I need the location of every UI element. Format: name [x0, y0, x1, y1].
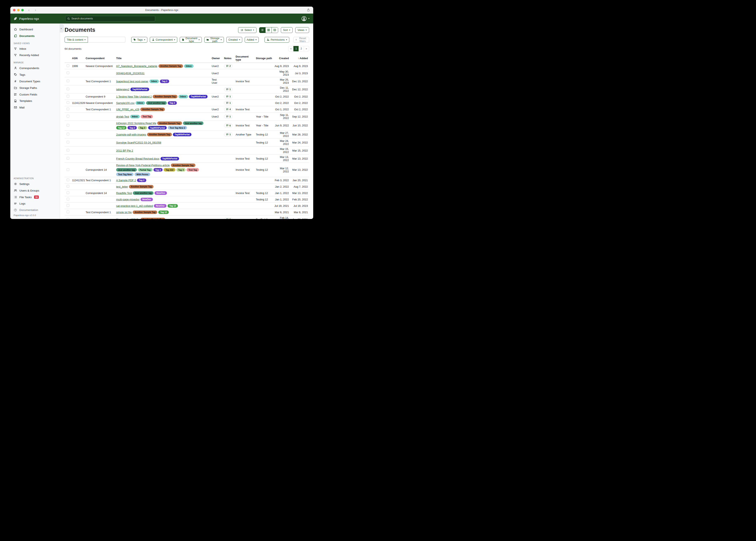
sidebar-item-storage-paths[interactable]: Storage Paths: [10, 85, 60, 91]
correspondent-cell[interactable]: Newest Correspondent: [85, 101, 115, 105]
tag-pill[interactable]: Another Sample Tag: [147, 133, 172, 136]
notes-badge[interactable]: 1: [224, 87, 233, 91]
row-checkbox[interactable]: [67, 124, 69, 127]
document-title-link[interactable]: multi-page-mixedxx: [116, 198, 139, 201]
sidebar-item-custom-fields[interactable]: Custom Fields: [10, 91, 60, 98]
tag-pill[interactable]: Another Sample Tag: [129, 185, 154, 189]
tag-pill[interactable]: Tag 2: [128, 126, 137, 130]
storage-path-cell[interactable]: Year - Title: [255, 124, 273, 127]
minimize-window-button[interactable]: [17, 9, 20, 11]
row-checkbox[interactable]: [67, 72, 69, 74]
sidebar-collapse-button[interactable]: «: [60, 24, 64, 32]
sidebar-item-templates[interactable]: Templates: [10, 98, 60, 104]
added-filter-button[interactable]: Added: [245, 37, 259, 43]
storage-path-filter-button[interactable]: Storage path: [204, 37, 224, 43]
tag-pill[interactable]: Partial Tag: [138, 168, 152, 172]
document-title-link[interactable]: tablerates2: [116, 88, 129, 91]
row-checkbox[interactable]: [67, 149, 69, 152]
tag-pill[interactable]: Another Sample Tag: [133, 211, 157, 214]
storage-path-cell[interactable]: Testing 12: [255, 133, 273, 136]
tag-pill[interactable]: Inbox: [149, 80, 159, 83]
header-notes[interactable]: Notes: [223, 57, 235, 60]
forward-icon[interactable]: ›: [34, 8, 37, 12]
tag-pill[interactable]: Tag 12: [116, 126, 126, 130]
view-grid-button[interactable]: [266, 27, 272, 33]
document-title-link[interactable]: 2sample-pdf-with-images: [116, 133, 146, 136]
row-checkbox[interactable]: [67, 133, 69, 136]
tag-pill[interactable]: Just another tag: [116, 168, 137, 172]
sidebar-item-logs[interactable]: Logs: [10, 201, 60, 207]
reset-filters-button[interactable]: × Reset filters: [293, 37, 309, 43]
tag-pill[interactable]: Tag 222: [164, 168, 175, 172]
document-title-link[interactable]: drylab Test: [116, 115, 129, 118]
document-type-cell[interactable]: Invoice Test: [235, 157, 255, 160]
storage-path-cell[interactable]: Testing 12: [255, 168, 273, 171]
created-filter-button[interactable]: Created: [226, 37, 242, 43]
tag-pill[interactable]: Tag 3: [138, 126, 147, 130]
tag-pill[interactable]: TagWithPartial: [130, 88, 149, 91]
sidebar-item-dashboard[interactable]: Dashboard: [10, 26, 60, 33]
sidebar-item-settings[interactable]: Settings: [10, 181, 60, 187]
storage-path-cell[interactable]: Testing 12: [255, 157, 273, 160]
correspondent-cell[interactable]: Test Correspondent 1: [85, 211, 115, 214]
pagination-prev-button[interactable]: «: [288, 46, 294, 51]
document-title-link[interactable]: InDesign 2022 Scripting Read Me: [116, 122, 156, 125]
tag-pill[interactable]: Another Sample Tag: [140, 108, 165, 111]
storage-path-cell[interactable]: Testing 12: [255, 141, 273, 144]
tag-pill[interactable]: Tag 2: [168, 101, 177, 105]
notes-badge[interactable]: 5: [224, 218, 233, 219]
document-title-link[interactable]: UM_PPBE_en_v29: [116, 108, 139, 111]
tag-pill[interactable]: Just another tag: [183, 122, 204, 125]
notes-badge[interactable]: 1: [224, 115, 233, 119]
tag-pill[interactable]: Just another tag: [133, 191, 154, 195]
correspondent-cell[interactable]: Test Correspondent 1: [85, 108, 115, 111]
view-list-button[interactable]: [259, 27, 266, 33]
correspondent-cell[interactable]: Test Correspondent 1: [85, 179, 115, 182]
sidebar-item-documentation[interactable]: Documentation: [10, 207, 60, 213]
document-title-link[interactable]: test_letter: [116, 185, 128, 188]
tag-pill[interactable]: Another Sample Tag: [158, 64, 183, 68]
header-asn[interactable]: ASN: [71, 57, 85, 60]
sort-button[interactable]: Sort: [281, 27, 293, 33]
tag-pill[interactable]: Inbox: [136, 101, 145, 105]
document-title-link[interactable]: French Country Bread Revised.docx: [116, 157, 159, 160]
filter-text-input[interactable]: [88, 37, 125, 43]
sidebar-item-correspondents[interactable]: Correspondents: [10, 65, 60, 71]
tag-pill[interactable]: Test Tag: [187, 168, 199, 172]
header-owner[interactable]: Owner: [211, 57, 223, 60]
tag-pill[interactable]: TagWithPartial: [173, 133, 192, 136]
tag-pill[interactable]: TagWithPartial: [161, 157, 179, 161]
tag-pill[interactable]: Test Tag: [141, 115, 153, 118]
storage-path-cell[interactable]: Testing 12: [255, 192, 273, 195]
row-checkbox[interactable]: [67, 88, 69, 90]
user-menu[interactable]: [301, 16, 309, 21]
storage-path-cell[interactable]: Testing 12: [255, 198, 273, 201]
document-title-link[interactable]: simple txt file: [116, 211, 132, 214]
pagination-page-2[interactable]: 2: [299, 46, 304, 51]
row-checkbox[interactable]: [67, 198, 69, 201]
row-checkbox[interactable]: [67, 168, 69, 171]
row-checkbox[interactable]: [67, 108, 69, 110]
header-document-type[interactable]: Document type: [235, 55, 255, 61]
tag-pill[interactable]: Another Sample Tag: [141, 218, 165, 219]
row-checkbox[interactable]: [67, 211, 69, 213]
header-title[interactable]: Title: [115, 57, 211, 60]
row-checkbox[interactable]: [67, 141, 69, 144]
notes-badge[interactable]: 1: [224, 101, 233, 105]
back-icon[interactable]: ‹: [27, 8, 30, 12]
sidebar-item-mail[interactable]: Mail: [10, 104, 60, 111]
views-button[interactable]: Views: [295, 27, 309, 33]
sidebar-item-inbox[interactable]: Inbox: [10, 46, 60, 52]
notes-badge[interactable]: 4: [224, 107, 233, 111]
share-icon[interactable]: [307, 8, 310, 12]
row-checkbox[interactable]: [67, 115, 69, 118]
document-type-cell[interactable]: Invoice Test: [235, 80, 255, 83]
tag-pill[interactable]: NewOne: [155, 191, 167, 195]
select-button[interactable]: Select: [238, 27, 256, 33]
correspondent-filter-button[interactable]: Correspondent: [150, 37, 177, 43]
document-title-link[interactable]: H7_Napoleon_Bonaparte_zadanie: [116, 65, 157, 68]
pagination-next-button[interactable]: »: [304, 46, 309, 51]
header-added[interactable]: ↑Added: [290, 57, 309, 60]
row-checkbox[interactable]: [67, 157, 69, 160]
document-type-cell[interactable]: Invoice Test: [235, 192, 255, 195]
